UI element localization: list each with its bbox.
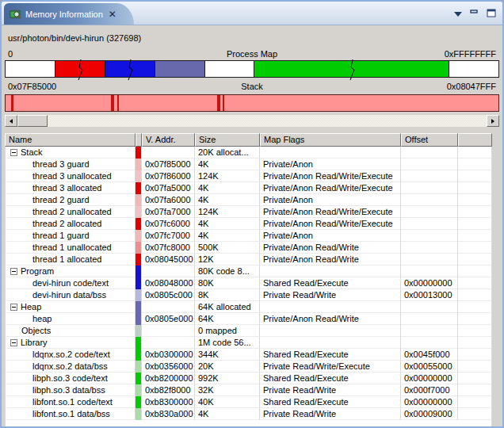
table-row[interactable]: ldqnx.so.2 code/text0xb0300000344KShared… xyxy=(5,349,492,361)
column-header-swatch[interactable] xyxy=(136,133,142,147)
column-header-offset[interactable]: Offset xyxy=(401,133,458,147)
region-color-swatch xyxy=(136,373,142,384)
table-row[interactable]: Heap64K allocated xyxy=(5,301,492,313)
region-color-swatch xyxy=(136,159,142,170)
cell-size: 4K xyxy=(195,408,260,420)
table-row[interactable]: thread 3 unallocated0x07f86000124KPrivat… xyxy=(5,170,492,182)
cell-vaddr xyxy=(142,337,195,349)
table-row[interactable]: thread 1 guard0x07fc70004KPrivate/Anon xyxy=(5,230,492,242)
table-row[interactable]: thread 1 allocated0x0804500012KPrivate/A… xyxy=(5,254,492,266)
cell-size: 4K xyxy=(195,182,260,194)
cell-offset xyxy=(401,230,458,242)
cell-size: 4K xyxy=(195,218,260,230)
region-name: libfont.so.1 data/bss xyxy=(6,409,110,418)
region-name-label: libfont.so.1 data/bss xyxy=(32,409,110,418)
column-header-vaddr[interactable]: V. Addr. xyxy=(142,133,195,147)
cell-offset: 0x00055000 xyxy=(401,361,458,373)
table-row[interactable]: Library1M code 56... xyxy=(5,337,492,349)
cell-vaddr xyxy=(142,266,195,277)
table-row[interactable]: thread 1 unallocated0x07fc8000500KPrivat… xyxy=(5,242,492,254)
table-row[interactable]: Objects0 mapped xyxy=(5,325,492,337)
view-menu-chevron-down-icon[interactable] xyxy=(454,12,462,17)
scroll-right-button[interactable] xyxy=(487,115,499,127)
minimize-icon[interactable] xyxy=(470,10,479,19)
scale-break-icon xyxy=(348,59,356,80)
cell-vaddr: 0x07fa6000 xyxy=(142,194,195,206)
empty-cell xyxy=(458,206,492,218)
cell-offset: 0x0045f000 xyxy=(401,349,458,361)
region-name-label: thread 2 unallocated xyxy=(32,207,112,216)
process-map-segment-stack xyxy=(55,61,105,77)
collapse-minus-icon[interactable] xyxy=(10,304,17,311)
table-row[interactable]: Stack20K allocat... xyxy=(5,147,492,159)
cell-flags: Shared Read/Execute xyxy=(260,277,401,289)
region-name: Library xyxy=(6,338,48,347)
empty-cell xyxy=(458,242,492,254)
cell-flags: Shared Read/Execute xyxy=(260,349,401,361)
process-map-title: Process Map xyxy=(227,49,277,59)
table-row[interactable]: thread 2 allocated0x07fc60004KPrivate/An… xyxy=(5,218,492,230)
maximize-icon[interactable] xyxy=(487,9,496,19)
table-row[interactable]: libfont.so.1 data/bss0xb830a0004KPrivate… xyxy=(5,408,492,420)
process-map-bar[interactable] xyxy=(5,60,499,78)
region-color-swatch xyxy=(136,325,142,337)
process-map-start-address: 0 xyxy=(8,49,227,59)
region-color-swatch xyxy=(136,337,142,349)
cell-size: 124K xyxy=(195,206,260,218)
close-icon[interactable]: ✕ xyxy=(109,10,116,18)
memory-table: NameV. Addr.SizeMap FlagsOffset Stack20K… xyxy=(5,133,492,426)
cell-offset xyxy=(401,218,458,230)
empty-cell xyxy=(458,301,492,313)
table-row[interactable]: libph.so.3 data/bss0xb82f800032KPrivate … xyxy=(5,384,492,396)
region-name-label: Objects xyxy=(21,326,51,335)
region-color-swatch xyxy=(136,230,142,242)
table-row[interactable]: Program80K code 8... xyxy=(5,266,492,277)
table-row[interactable]: thread 2 unallocated0x07fa7000124KPrivat… xyxy=(5,206,492,218)
region-name-label: Program xyxy=(21,266,54,276)
arrow-left-icon xyxy=(10,119,13,124)
cell-vaddr: 0xb0300000 xyxy=(142,349,195,361)
tab-memory-information[interactable]: Memory Information ✕ xyxy=(4,3,134,25)
column-header-flags[interactable]: Map Flags xyxy=(260,133,401,147)
cell-flags: Private Read/Write xyxy=(260,408,401,420)
empty-cell xyxy=(458,230,492,242)
table-row[interactable]: ldqnx.so.2 data/bss0xb035600020KPrivate … xyxy=(5,361,492,373)
scrollbar-thumb[interactable] xyxy=(17,115,48,127)
table-row[interactable]: devi-hirun code/text0x0804800080KShared … xyxy=(5,277,492,289)
region-name: libfont.so.1 code/text xyxy=(6,397,113,407)
cell-flags: Private/Anon Read/Write xyxy=(260,242,401,254)
table-row[interactable]: libph.so.3 code/text0xb8200000992KShared… xyxy=(5,373,492,384)
collapse-minus-icon[interactable] xyxy=(10,339,17,346)
process-map-segment-free xyxy=(6,61,55,77)
cell-offset xyxy=(401,325,458,337)
table-row[interactable]: libfont.so.1 code/text0xb830000040KShare… xyxy=(5,396,492,408)
table-row[interactable]: devi-hirun data/bss0x0805c0008KPrivate R… xyxy=(5,289,492,301)
empty-cell xyxy=(458,266,492,277)
cell-vaddr: 0x0805c000 xyxy=(142,289,195,301)
arrow-right-icon xyxy=(491,119,494,124)
region-color-swatch xyxy=(136,194,142,206)
table-row[interactable]: heap0x0805e00064KPrivate/Anon Read/Write xyxy=(5,313,492,325)
table-row[interactable]: thread 3 allocated0x07fa50004KPrivate/An… xyxy=(5,182,492,194)
region-name-label: thread 1 allocated xyxy=(32,254,101,264)
cell-vaddr: 0x0805e000 xyxy=(142,313,195,325)
region-color-swatch xyxy=(136,277,142,289)
column-header-size[interactable]: Size xyxy=(195,133,260,147)
stack-map-bar[interactable] xyxy=(5,94,499,112)
scroll-left-button[interactable] xyxy=(5,115,17,127)
table-row[interactable]: thread 3 guard0x07f850004KPrivate/Anon xyxy=(5,159,492,170)
stack-allocation-mark xyxy=(117,95,119,111)
column-header-name[interactable]: Name xyxy=(5,133,136,147)
region-name: heap xyxy=(6,314,52,323)
region-name-label: libfont.so.1 code/text xyxy=(32,397,113,407)
column-header-extra[interactable] xyxy=(458,133,492,147)
process-map-labels: 0 Process Map 0xFFFFFFFF xyxy=(5,48,499,60)
collapse-minus-icon[interactable] xyxy=(10,268,17,275)
region-color-swatch xyxy=(136,266,142,277)
cell-vaddr: 0x07fa5000 xyxy=(142,182,195,194)
region-color-swatch xyxy=(136,254,142,266)
table-row[interactable]: thread 2 guard0x07fa60004KPrivate/Anon xyxy=(5,194,492,206)
collapse-minus-icon[interactable] xyxy=(10,149,17,156)
cell-offset xyxy=(401,337,458,349)
scrollbar-track[interactable] xyxy=(48,115,487,127)
